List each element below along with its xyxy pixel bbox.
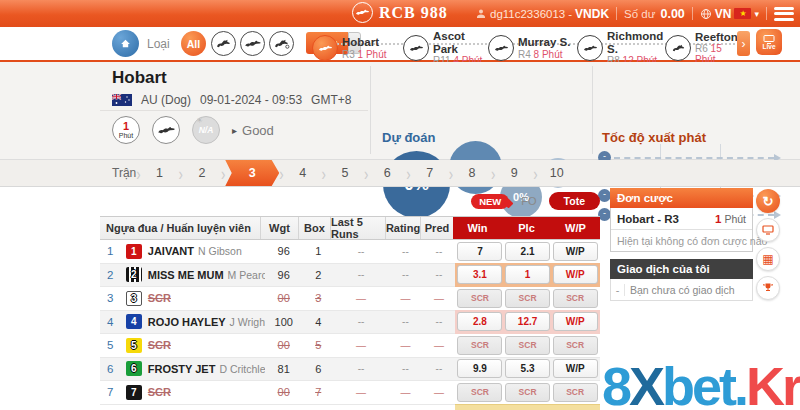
refresh-button[interactable]: ↻: [756, 189, 780, 213]
place-odds-button[interactable]: 2.1: [505, 242, 550, 261]
win-odds-button: SCR: [457, 289, 502, 308]
race-countdown: 1 Phút: [358, 49, 387, 60]
race-countdown: 8 Phút: [534, 49, 563, 60]
race-venue-name: Murray S.: [518, 36, 570, 49]
divider: [100, 110, 368, 111]
transactions-title: Giao dịch của tôi: [610, 259, 753, 279]
runner-weight: 96: [265, 269, 302, 281]
bet-slip-race-row: Hobart - R3 1 Phút: [611, 208, 752, 230]
tab-separator-icon: ›: [533, 163, 537, 184]
runner-rating: —: [388, 293, 422, 304]
race-number: R3: [342, 49, 355, 60]
brand-logo[interactable]: RCB 988: [352, 2, 448, 23]
race-tabs-label: Trận: [112, 166, 136, 180]
side-tool-column: ↻ ▦: [756, 189, 780, 300]
nav-race-reefton[interactable]: ReeftonR6 15 Phút: [665, 30, 735, 66]
wp-odds-button[interactable]: W/P: [553, 242, 598, 261]
col-wgt: Wgt: [260, 217, 298, 239]
place-odds-button[interactable]: 1: [505, 265, 550, 284]
live-video-button[interactable]: [756, 218, 780, 242]
runner-box: 6: [302, 363, 334, 375]
wp-odds-button[interactable]: W/P: [553, 265, 598, 284]
runner-rating: --: [388, 363, 422, 374]
grid-view-button[interactable]: ▦: [756, 247, 780, 271]
runner-rating: --: [388, 246, 422, 257]
race-tab-3[interactable]: 3: [225, 160, 279, 186]
place-odds-button[interactable]: 12.7: [505, 312, 550, 331]
col-wp: W/P: [551, 217, 600, 239]
runner-box: 2: [302, 269, 334, 281]
race-tab-10[interactable]: 10: [538, 166, 576, 180]
menu-button[interactable]: [774, 7, 794, 21]
win-odds-button[interactable]: 2.8: [457, 312, 502, 331]
horse-racing-icon[interactable]: [211, 31, 236, 56]
horse-icon: [665, 35, 691, 61]
col-rating: Rating: [385, 217, 420, 239]
runner-number: 3: [100, 292, 123, 304]
race-tab-9[interactable]: 9: [495, 166, 533, 180]
runner-number: 4: [100, 316, 123, 328]
harness-racing-icon[interactable]: [269, 31, 294, 56]
runner-pred: —: [423, 293, 456, 304]
box-rug-icon: 2: [126, 267, 142, 282]
race-tab-7[interactable]: 7: [411, 166, 449, 180]
runner-rating: --: [388, 316, 422, 327]
runner-weight: 96: [265, 245, 302, 257]
home-icon: [119, 37, 132, 50]
prediction-title: Dự đoán: [382, 130, 435, 145]
place-odds-button[interactable]: 5.3: [505, 359, 550, 378]
win-odds-button[interactable]: 3.1: [457, 265, 502, 284]
fo-tab[interactable]: FO: [521, 195, 536, 207]
runner-name: SCR: [148, 339, 171, 351]
runner-last5: --: [334, 269, 388, 280]
box-rug-icon: 1: [126, 244, 142, 259]
nav-race-richmond-s-[interactable]: Richmond S.R8 12 Phút: [577, 30, 665, 66]
user-account[interactable]: dg11c2336013 - VNDK: [475, 7, 609, 21]
tote-tab[interactable]: Tote: [549, 192, 600, 210]
race-tab-4[interactable]: 4: [284, 166, 322, 180]
runner-row: 55SCR005———SCRSCRSCR: [100, 334, 600, 358]
runners-table-body: 11JAIVANTN Gibson961------72.1W/P22MISS …: [100, 240, 600, 405]
brand-name: RCB 988: [379, 4, 448, 22]
race-tab-2[interactable]: 2: [183, 166, 221, 180]
trainer-name: J Wright: [230, 316, 265, 328]
countdown-value: 1: [123, 121, 129, 132]
triangle-icon: ▸: [232, 125, 237, 136]
divider: [766, 7, 767, 20]
race-tab-6[interactable]: 6: [368, 166, 406, 180]
runner-weight: 100: [265, 316, 302, 328]
win-odds-button[interactable]: 9.9: [457, 359, 502, 378]
box-rug-icon: 5: [126, 338, 142, 353]
filter-all-button[interactable]: All: [181, 31, 206, 56]
balance: Số dư 0.00: [624, 7, 685, 21]
wp-odds-button[interactable]: W/P: [553, 312, 598, 331]
race-tab-1[interactable]: 1: [141, 166, 179, 180]
results-button[interactable]: [756, 276, 780, 300]
runner-pred: --: [423, 246, 456, 257]
race-tab-8[interactable]: 8: [453, 166, 491, 180]
live-button[interactable]: Live: [756, 29, 782, 55]
runner-pred: --: [423, 363, 456, 374]
runner-row: 33SCR003———SCRSCRSCR: [100, 287, 600, 311]
runner-row: 66FROSTY JETD Critchley816------9.95.3W/…: [100, 358, 600, 382]
nav-race-hobart[interactable]: HobartR3 1 Phút: [312, 30, 403, 66]
bet-slip-body: Hobart - R3 1 Phút Hiện tại không có đơn…: [610, 208, 753, 252]
race-status-icons: 1 Phút ☀ N/A ▸ Good: [112, 116, 274, 144]
wp-odds-button[interactable]: W/P: [553, 359, 598, 378]
scroll-right-button[interactable]: ›: [737, 31, 750, 56]
type-label: Loại: [147, 37, 170, 51]
home-button[interactable]: [112, 30, 139, 57]
race-tab-5[interactable]: 5: [326, 166, 364, 180]
nav-race-murray-s-[interactable]: Murray S.R4 8 Phút: [488, 30, 577, 66]
runner-name: MISS ME MUM: [148, 269, 224, 281]
odds-type-bar: NEW FO Tote: [100, 191, 600, 211]
nav-race-ascot-park[interactable]: Ascot ParkR11 4 Phút: [403, 30, 488, 66]
locale-selector[interactable]: VN ★ ▾: [700, 7, 759, 21]
greyhound-logo-icon: [352, 2, 373, 23]
tab-separator-icon: ›: [406, 163, 410, 184]
win-odds-button[interactable]: 7: [457, 242, 502, 261]
col-box: Box: [298, 217, 330, 239]
track-condition: ▸ Good: [232, 123, 274, 138]
runner-rating: --: [388, 269, 422, 280]
greyhound-racing-icon[interactable]: [240, 31, 265, 56]
